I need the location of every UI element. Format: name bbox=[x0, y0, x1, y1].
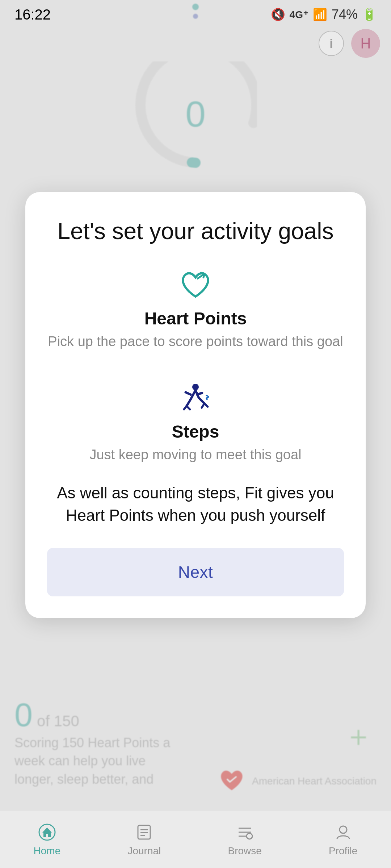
modal-overlay: Let's set your activity goals Heart Poin… bbox=[0, 0, 391, 868]
heart-points-icon bbox=[177, 268, 214, 301]
steps-icon-wrap bbox=[177, 380, 214, 416]
modal-card: Let's set your activity goals Heart Poin… bbox=[25, 192, 366, 618]
signal-icon: 📶 bbox=[313, 8, 327, 21]
status-icons: 🔇 4G⁺ 📶 74% 🔋 bbox=[271, 7, 377, 22]
heart-points-goal: Heart Points Pick up the pace to score p… bbox=[47, 267, 344, 350]
modal-title: Let's set your activity goals bbox=[47, 217, 344, 245]
big-description: As well as counting steps, Fit gives you… bbox=[47, 482, 344, 526]
mute-icon: 🔇 bbox=[271, 8, 285, 21]
status-bar: 16:22 🔇 4G⁺ 📶 74% 🔋 bbox=[0, 0, 391, 29]
steps-icon bbox=[177, 382, 214, 414]
battery-text: 74% bbox=[332, 7, 358, 22]
battery-icon: 🔋 bbox=[362, 8, 377, 21]
heart-points-title: Heart Points bbox=[144, 309, 247, 328]
heart-points-icon-wrap bbox=[177, 267, 214, 303]
steps-desc: Just keep moving to meet this goal bbox=[89, 446, 301, 464]
status-time: 16:22 bbox=[14, 7, 51, 23]
steps-title: Steps bbox=[172, 422, 219, 442]
next-button[interactable]: Next bbox=[47, 548, 344, 596]
network-icon: 4G⁺ bbox=[290, 9, 308, 21]
heart-points-desc: Pick up the pace to score points toward … bbox=[48, 333, 343, 350]
steps-goal: Steps Just keep moving to meet this goal bbox=[47, 380, 344, 464]
